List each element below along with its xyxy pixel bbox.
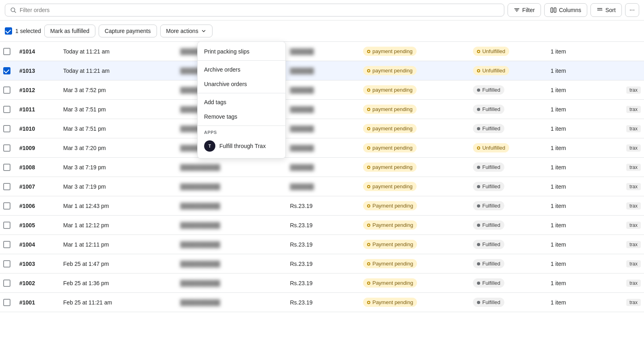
search-input[interactable] — [20, 7, 499, 13]
row-checkbox[interactable] — [3, 183, 10, 190]
row-checkbox[interactable] — [3, 67, 10, 74]
mark-fulfilled-button[interactable]: Mark as fulfilled — [44, 25, 95, 37]
fulfillment-badge: Fulfilled — [473, 220, 504, 230]
order-amount-cell: Rs.23.19 — [287, 274, 360, 293]
row-checkbox[interactable] — [3, 280, 10, 287]
fulfillment-dot — [477, 282, 480, 285]
fulfillment-dot — [477, 69, 480, 72]
tags-cell: trax — [606, 274, 644, 293]
add-tags-item[interactable]: Add tags — [198, 95, 285, 109]
items-cell: 1 item — [547, 293, 606, 312]
fulfillment-badge: Fulfilled — [473, 298, 504, 307]
capture-payments-button[interactable]: Capture payments — [99, 25, 157, 37]
table-row[interactable]: #1006 Mar 1 at 12:43 pm ██████████ Rs.23… — [0, 196, 644, 216]
row-checkbox[interactable] — [3, 125, 10, 132]
payment-status-cell: Payment pending — [360, 274, 470, 293]
table-row[interactable]: #1001 Feb 25 at 11:21 am ██████████ Rs.2… — [0, 293, 644, 312]
order-id-cell: #1013 — [16, 61, 60, 80]
payment-badge: payment pending — [363, 105, 417, 114]
items-cell: 1 item — [547, 138, 606, 158]
customer-name: ██████████ — [180, 164, 220, 171]
search-icon — [10, 7, 17, 13]
order-amount-blurred: ██████ — [290, 48, 314, 55]
more-options-button[interactable]: ··· — [625, 3, 639, 17]
fulfillment-badge: Fulfilled — [473, 182, 504, 191]
table-row[interactable]: #1010 Mar 3 at 7:51 pm ██████████ ██████… — [0, 119, 644, 138]
payment-status-cell: payment pending — [360, 100, 470, 119]
row-checkbox[interactable] — [3, 202, 10, 210]
table-row[interactable]: #1013 Today at 11:21 am ██████████ █████… — [0, 61, 644, 80]
tags-cell: trax — [606, 196, 644, 216]
fulfillment-dot — [477, 224, 480, 227]
filter-button[interactable]: Filter — [508, 3, 541, 17]
order-tag: trax — [626, 280, 641, 287]
fulfillment-dot — [477, 88, 480, 92]
select-all-checkbox[interactable] — [5, 27, 12, 35]
row-checkbox[interactable] — [3, 164, 10, 171]
more-options-icon: ··· — [630, 6, 635, 13]
fulfillment-dot — [477, 185, 480, 188]
more-actions-button[interactable]: More actions — [160, 25, 213, 37]
table-row[interactable]: #1009 Mar 3 at 7:20 pm ██████████ ██████… — [0, 138, 644, 158]
row-checkbox[interactable] — [3, 144, 10, 152]
table-row[interactable]: #1008 Mar 3 at 7:19 pm ██████████ ██████… — [0, 158, 644, 177]
items-cell: 1 item — [547, 61, 606, 80]
table-row[interactable]: #1002 Feb 25 at 1:36 pm ██████████ Rs.23… — [0, 274, 644, 293]
fulfillment-badge: Unfulfilled — [473, 143, 509, 152]
order-tag: trax — [626, 183, 641, 190]
table-row[interactable]: #1003 Feb 25 at 1:47 pm ██████████ Rs.23… — [0, 254, 644, 274]
tags-cell: trax — [606, 80, 644, 100]
row-checkbox-cell — [0, 138, 16, 158]
row-checkbox[interactable] — [3, 260, 10, 267]
fulfillment-status-cell: Fulfilled — [470, 235, 547, 254]
customer-name: ██████████ — [180, 203, 220, 209]
row-checkbox[interactable] — [3, 106, 10, 113]
row-checkbox[interactable] — [3, 48, 10, 55]
archive-orders-item[interactable]: Archive orders — [198, 62, 285, 77]
row-checkbox-cell — [0, 100, 16, 119]
order-id-cell: #1012 — [16, 80, 60, 100]
row-checkbox[interactable] — [3, 299, 10, 306]
order-date-cell: Mar 3 at 7:51 pm — [60, 119, 177, 138]
table-row[interactable]: #1005 Mar 1 at 12:12 pm ██████████ Rs.23… — [0, 216, 644, 235]
row-checkbox[interactable] — [3, 86, 10, 94]
unarchive-orders-label: Unarchive orders — [204, 81, 247, 87]
payment-status-cell: Payment pending — [360, 216, 470, 235]
tags-cell: trax — [606, 293, 644, 312]
search-box[interactable] — [5, 4, 504, 16]
tags-cell: trax — [606, 254, 644, 274]
order-date-cell: Feb 25 at 1:36 pm — [60, 274, 177, 293]
print-packing-slips-label: Print packing slips — [204, 48, 250, 55]
order-amount-cell: ██████ — [287, 158, 360, 177]
order-amount-cell: Rs.23.19 — [287, 216, 360, 235]
print-packing-slips-item[interactable]: Print packing slips — [198, 44, 285, 59]
table-row[interactable]: #1011 Mar 3 at 7:51 pm ██████████ ██████… — [0, 100, 644, 119]
customer-name-cell: ██████████ — [177, 274, 287, 293]
remove-tags-item[interactable]: Remove tags — [198, 109, 285, 124]
fulfillment-badge: Fulfilled — [473, 201, 504, 210]
payment-dot — [367, 166, 370, 169]
order-date-cell: Today at 11:21 am — [60, 61, 177, 80]
customer-name-cell: ██████████ — [177, 196, 287, 216]
row-checkbox[interactable] — [3, 222, 10, 229]
order-amount: Rs.23.19 — [290, 299, 312, 306]
archive-orders-label: Archive orders — [204, 66, 240, 73]
table-row[interactable]: #1012 Mar 3 at 7:52 pm ██████████ ██████… — [0, 80, 644, 100]
items-cell: 1 item — [547, 254, 606, 274]
order-id-cell: #1011 — [16, 100, 60, 119]
table-row[interactable]: #1007 Mar 3 at 7:19 pm ██████████ ██████… — [0, 177, 644, 196]
tags-cell: trax — [606, 235, 644, 254]
row-checkbox[interactable] — [3, 241, 10, 248]
fulfillment-status-cell: Unfulfilled — [470, 42, 547, 61]
table-row[interactable]: #1004 Mar 1 at 12:11 pm ██████████ Rs.23… — [0, 235, 644, 254]
order-tag: trax — [626, 164, 641, 171]
table-row[interactable]: #1014 Today at 11:21 am ██████████ █████… — [0, 42, 644, 61]
columns-button[interactable]: Columns — [544, 3, 587, 17]
order-date-cell: Mar 1 at 12:11 pm — [60, 235, 177, 254]
order-amount-cell: ██████ — [287, 42, 360, 61]
order-id-cell: #1007 — [16, 177, 60, 196]
fulfill-trax-item[interactable]: T Fulfill through Trax — [198, 136, 285, 156]
sort-button[interactable]: Sort — [590, 3, 622, 17]
items-cell: 1 item — [547, 235, 606, 254]
unarchive-orders-item[interactable]: Unarchive orders — [198, 77, 285, 91]
